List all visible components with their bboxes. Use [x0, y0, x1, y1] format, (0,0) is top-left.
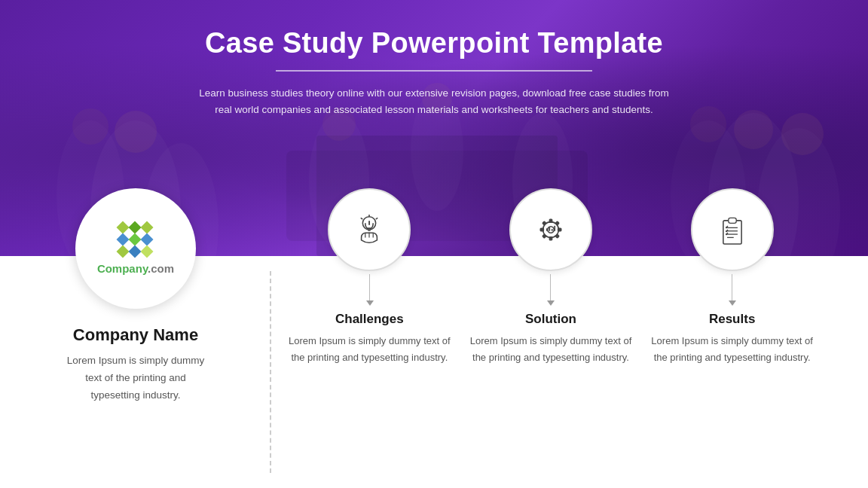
company-name: Company Name: [73, 325, 198, 345]
company-description: Lorem Ipsum is simply dummy text of the …: [60, 352, 211, 404]
solution-arrow: [550, 274, 551, 301]
solution-title: Solution: [525, 312, 576, 327]
svg-rect-43: [728, 218, 735, 223]
svg-rect-32: [540, 228, 543, 230]
challenges-icon: !: [350, 210, 389, 249]
hero-subtitle: Learn business studies theory online wit…: [193, 85, 675, 120]
challenges-arrow: [369, 274, 370, 301]
solution-icon-circle: [509, 188, 592, 271]
results-description: Lorem Ipsum is simply dummy text of the …: [649, 333, 815, 366]
svg-line-21: [376, 218, 378, 219]
challenges-description: Lorem Ipsum is simply dummy text of the …: [286, 333, 452, 366]
svg-rect-33: [558, 228, 561, 230]
svg-text:!: !: [368, 221, 370, 225]
challenges-icon-circle: !: [328, 188, 411, 271]
results-icon-circle: ✓ ✓ ✓: [691, 188, 774, 271]
solution-icon: [531, 210, 570, 249]
svg-rect-30: [549, 219, 552, 222]
results-arrow: [732, 274, 732, 301]
results-icon-wrapper: ✓ ✓ ✓: [691, 188, 774, 271]
company-logo-circle: Company.com: [75, 188, 196, 309]
hero-title: Case Study Powerpoint Template: [193, 27, 675, 59]
logo-icon: [118, 223, 153, 258]
hero-divider: [276, 70, 592, 72]
info-columns: ! Challenges Lorem Ipsum is simply dummy…: [279, 264, 823, 366]
hero-content: Case Study Powerpoint Template Learn bus…: [102, 27, 766, 119]
solution-description: Lorem Ipsum is simply dummy text of the …: [468, 333, 634, 366]
svg-rect-31: [549, 237, 552, 240]
company-logo: Company.com: [97, 223, 174, 275]
dashed-divider: [270, 271, 271, 473]
challenges-column: ! Challenges Lorem Ipsum is simply dummy…: [286, 264, 452, 366]
svg-point-15: [781, 113, 824, 155]
challenges-title: Challenges: [335, 312, 404, 327]
company-card: Company.com Company Name Lorem Ipsum is …: [60, 188, 211, 404]
svg-text:✓: ✓: [726, 232, 728, 236]
challenges-icon-wrapper: !: [328, 188, 411, 271]
svg-point-29: [548, 227, 555, 233]
svg-line-20: [361, 218, 363, 219]
results-icon: ✓ ✓ ✓: [713, 210, 752, 249]
solution-column: Solution Lorem Ipsum is simply dummy tex…: [468, 264, 634, 366]
cards-section: Company.com Company Name Lorem Ipsum is …: [0, 256, 868, 488]
results-title: Results: [709, 312, 755, 327]
solution-icon-wrapper: [509, 188, 592, 271]
results-column: ✓ ✓ ✓ Results Lorem Ipsum is simply dumm…: [649, 264, 815, 366]
company-logo-text: Company.com: [97, 262, 174, 275]
